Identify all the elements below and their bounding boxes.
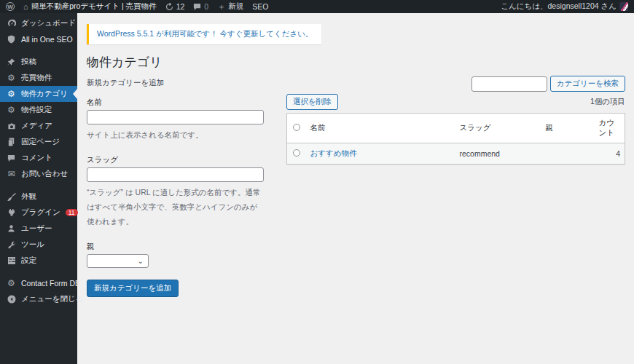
- wrench-icon: [7, 240, 16, 250]
- category-list-panel: カテゴリーを検索 選択を削除 1個の項目 名前 スラッグ 親 カウント: [286, 76, 625, 165]
- update-notice: WordPress 5.5.1 が利用可能です！ 今すぐ更新してください。: [87, 24, 321, 44]
- sidebar-item-all-in-one-seo[interactable]: All in One SEO: [0, 31, 77, 47]
- sidebar-item-collapse-menu[interactable]: メニューを閉じる: [0, 291, 77, 307]
- add-category-form: 新規カテゴリーを追加 名前 サイト上に表示される名前です。 スラッグ “スラッグ…: [87, 76, 264, 297]
- sidebar-item-label: メニューを閉じる: [21, 294, 83, 304]
- sidebar-item-posts[interactable]: 投稿: [0, 54, 77, 70]
- account-menu[interactable]: こんにちは、designsell1204 さん: [501, 1, 628, 12]
- category-parent-cell: [541, 143, 595, 165]
- sidebar-item-label: 物件カテゴリ: [21, 89, 68, 99]
- sidebar-item-media[interactable]: メディア: [0, 118, 77, 134]
- gear-icon: ⚙: [7, 90, 16, 99]
- add-category-heading: 新規カテゴリーを追加: [87, 78, 264, 88]
- comment-icon: [193, 3, 201, 11]
- sidebar-item-plugins[interactable]: プラグイン 11: [0, 205, 77, 221]
- media-icon: [7, 122, 16, 131]
- pages-icon: [7, 138, 16, 147]
- sidebar-item-comments[interactable]: コメント: [0, 150, 77, 166]
- delete-selected-button[interactable]: 選択を削除: [286, 94, 338, 110]
- row-checkbox[interactable]: [293, 149, 300, 157]
- category-count-cell: 4: [595, 143, 625, 165]
- slug-description: “スラッグ” は URL に適した形式の名前です。通常はすべて半角小文字で、英数…: [87, 186, 264, 229]
- search-input[interactable]: [471, 76, 547, 92]
- seo-shield-icon: [7, 35, 16, 44]
- sidebar-item-label: ダッシュボード: [21, 18, 76, 28]
- site-title: 簡単不動産proデモサイト | 売買物件: [31, 1, 157, 12]
- content-area: WordPress 5.5.1 が利用可能です！ 今すぐ更新してください。 物件…: [77, 13, 634, 364]
- slug-label: スラッグ: [87, 155, 264, 165]
- update-count: 12: [176, 2, 185, 11]
- envelope-icon: ✉: [7, 170, 16, 179]
- sidebar-item-label: ユーザー: [21, 223, 52, 234]
- sidebar-item-dashboard[interactable]: ダッシュボード: [0, 15, 77, 31]
- header-parent: 親: [541, 114, 595, 143]
- sidebar-item-label: 外観: [21, 191, 36, 202]
- categories-table: 名前 スラッグ 親 カウント おすすめ物件 recommend 4: [286, 113, 625, 165]
- sidebar-item-contact-form-db[interactable]: ⚙ Contact Form DB: [0, 275, 77, 291]
- sidebar-item-label: コメント: [21, 153, 52, 163]
- category-name-link[interactable]: おすすめ物件: [310, 149, 357, 157]
- parent-select[interactable]: ⌄: [87, 254, 149, 268]
- plus-icon: ＋: [217, 3, 225, 11]
- header-slug: スラッグ: [455, 114, 541, 143]
- header-name[interactable]: 名前: [306, 114, 455, 143]
- sidebar-item-label: ツール: [21, 240, 44, 250]
- sidebar-item-label: 設定: [21, 256, 36, 266]
- avatar: [619, 2, 628, 11]
- gear-icon: ⚙: [7, 106, 16, 115]
- sidebar-item-bukken-settings[interactable]: ⚙ 物件設定: [0, 102, 77, 118]
- seo-menu[interactable]: SEO: [252, 2, 268, 11]
- sidebar-item-label: 売買物件: [21, 73, 52, 83]
- comment-icon: [7, 154, 16, 163]
- search-categories-button[interactable]: カテゴリーを検索: [550, 76, 625, 92]
- menu-separator: [0, 182, 77, 189]
- category-slug-input[interactable]: [87, 167, 264, 182]
- sidebar-item-tools[interactable]: ツール: [0, 237, 77, 253]
- select-all-checkbox[interactable]: [293, 124, 300, 131]
- wp-logo-menu[interactable]: W: [6, 2, 15, 11]
- admin-menu: ダッシュボード All in One SEO 投稿 ⚙ 売買物件 ⚙ 物件カテゴ…: [0, 13, 77, 364]
- category-name-input[interactable]: [87, 110, 264, 124]
- parent-label: 親: [87, 242, 264, 252]
- sidebar-item-label: Contact Form DB: [21, 279, 80, 288]
- sidebar-item-pages[interactable]: 固定ページ: [0, 134, 77, 150]
- site-link[interactable]: ⌂ 簡単不動産proデモサイト | 売買物件: [23, 1, 157, 12]
- menu-separator: [0, 47, 77, 54]
- sidebar-item-contact[interactable]: ✉ お問い合わせ: [0, 166, 77, 182]
- admin-bar: W ⌂ 簡単不動産proデモサイト | 売買物件 12 0 ＋ 新規 SEO こ: [0, 0, 634, 13]
- category-slug-cell: recommend: [455, 143, 541, 165]
- comments-link[interactable]: 0: [193, 2, 208, 11]
- seo-label: SEO: [252, 2, 268, 11]
- sidebar-item-baibai-bukken[interactable]: ⚙ 売買物件: [0, 70, 77, 86]
- new-label: 新規: [228, 1, 243, 12]
- dashboard-icon: [7, 19, 16, 28]
- name-label: 名前: [87, 98, 264, 108]
- updates-link[interactable]: 12: [165, 2, 185, 11]
- update-icon: [165, 3, 173, 11]
- gear-icon: ⚙: [7, 279, 16, 288]
- sidebar-item-label: プラグイン: [21, 207, 60, 218]
- collapse-arrow-icon: [7, 295, 16, 304]
- table-row: おすすめ物件 recommend 4: [287, 143, 625, 165]
- sidebar-item-label: メディア: [21, 121, 52, 131]
- sidebar-item-users[interactable]: ユーザー: [0, 221, 77, 237]
- sidebar-item-appearance[interactable]: 外観: [0, 189, 77, 205]
- name-description: サイト上に表示される名前です。: [87, 128, 264, 143]
- sidebar-item-settings[interactable]: 設定: [0, 253, 77, 269]
- comment-count: 0: [204, 2, 208, 11]
- gear-icon: ⚙: [7, 74, 16, 83]
- add-category-button[interactable]: 新規カテゴリーを追加: [87, 280, 179, 297]
- greeting-text: こんにちは、designsell1204 さん: [501, 1, 617, 12]
- sidebar-item-label: 物件設定: [21, 105, 52, 115]
- update-now-link[interactable]: 今すぐ更新してください。: [220, 29, 313, 38]
- plugin-icon: [7, 208, 16, 218]
- item-count: 1個の項目: [590, 97, 625, 107]
- update-version-link[interactable]: WordPress 5.5.1 が利用可能です！: [97, 29, 218, 38]
- new-content-menu[interactable]: ＋ 新規: [217, 1, 243, 12]
- table-header-row: 名前 スラッグ 親 カウント: [287, 114, 625, 143]
- brush-icon: [7, 192, 16, 202]
- pushpin-icon: [7, 58, 16, 67]
- sidebar-item-label: 固定ページ: [21, 137, 60, 147]
- sidebar-item-bukken-category[interactable]: ⚙ 物件カテゴリ: [0, 86, 77, 102]
- page-title: 物件カテゴリ: [87, 54, 625, 71]
